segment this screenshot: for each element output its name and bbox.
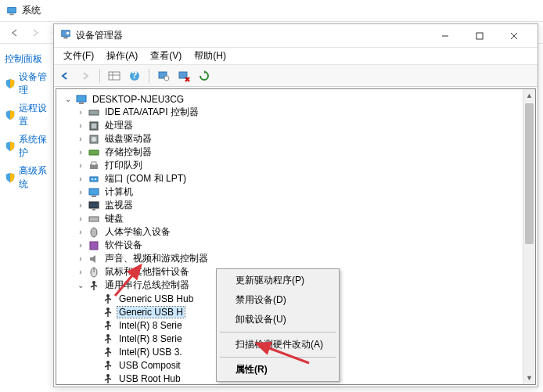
usb-icon bbox=[88, 279, 100, 292]
tb-show-hidden-icon[interactable] bbox=[108, 70, 120, 82]
shield-icon bbox=[5, 141, 16, 152]
tree-label: 打印队列 bbox=[103, 159, 144, 172]
nav-back-button[interactable] bbox=[6, 24, 23, 41]
svg-point-26 bbox=[92, 178, 93, 180]
sidebar-item-label: 系统保护 bbox=[19, 133, 49, 160]
expand-icon[interactable]: › bbox=[75, 148, 86, 156]
tree-label: 键盘 bbox=[103, 212, 125, 225]
device-manager-icon bbox=[60, 29, 71, 42]
tb-update-icon[interactable] bbox=[198, 70, 210, 82]
tree-label: IDE ATA/ATAPI 控制器 bbox=[103, 106, 200, 119]
tree-label: USB Root Hub bbox=[117, 373, 182, 384]
svg-rect-16 bbox=[79, 102, 84, 104]
mouse-icon bbox=[88, 266, 100, 279]
tree-label: 声音、视频和游戏控制器 bbox=[103, 252, 210, 265]
sidebar-item[interactable]: 远程设置 bbox=[3, 99, 50, 131]
dm-titlebar[interactable]: 设备管理器 bbox=[54, 24, 538, 48]
tree-label: USB Composit bbox=[117, 360, 182, 371]
tree-row[interactable]: ›人体学输入设备 bbox=[58, 225, 534, 239]
svg-rect-34 bbox=[90, 242, 98, 250]
tree-row[interactable]: ›处理器 bbox=[58, 119, 534, 132]
tree-label: 磁盘驱动器 bbox=[103, 132, 153, 146]
collapse-icon[interactable]: ⌄ bbox=[63, 95, 74, 103]
menu-item[interactable]: 操作(A) bbox=[100, 48, 144, 64]
tb-sep bbox=[99, 69, 100, 83]
tree-row[interactable]: ›软件设备 bbox=[58, 239, 534, 252]
bg-sidebar: 控制面板设备管理远程设置系统保护高级系统 bbox=[0, 44, 53, 200]
expand-icon[interactable]: › bbox=[75, 188, 86, 196]
menu-item[interactable]: 帮助(H) bbox=[188, 48, 232, 64]
dm-menubar: 文件(F)操作(A)查看(V)帮助(H) bbox=[54, 48, 538, 65]
sidebar-item-label: 控制面板 bbox=[5, 52, 42, 66]
usb-icon bbox=[102, 319, 114, 332]
tb-scan-icon[interactable] bbox=[157, 70, 170, 82]
tree-row[interactable]: ›IDE ATA/ATAPI 控制器 bbox=[58, 106, 534, 119]
svg-rect-6 bbox=[476, 33, 483, 39]
keyboard-icon bbox=[88, 213, 100, 225]
svg-rect-3 bbox=[63, 38, 67, 39]
context-menu-item[interactable]: 扫描检测硬件改动(A) bbox=[218, 335, 337, 354]
tree-label: 计算机 bbox=[103, 185, 135, 199]
tree-label: 存储控制器 bbox=[103, 146, 153, 159]
sidebar-item[interactable]: 控制面板 bbox=[3, 50, 50, 68]
tree-row[interactable]: ›计算机 bbox=[58, 185, 534, 199]
tb-back-icon[interactable] bbox=[59, 70, 71, 82]
svg-rect-1 bbox=[9, 13, 13, 15]
svg-point-33 bbox=[91, 228, 97, 237]
tree-row[interactable]: ›磁盘驱动器 bbox=[58, 132, 534, 146]
tree-label: Generic USB H bbox=[117, 307, 185, 318]
context-menu-item[interactable]: 属性(R) bbox=[218, 360, 337, 379]
sidebar-item[interactable]: 系统保护 bbox=[3, 131, 50, 162]
sidebar-item-label: 设备管理 bbox=[19, 70, 49, 97]
scrollbar-vertical[interactable]: ▲ ▼ bbox=[523, 89, 535, 384]
svg-rect-28 bbox=[89, 189, 99, 195]
svg-rect-19 bbox=[92, 124, 96, 128]
expand-icon[interactable]: › bbox=[75, 135, 86, 143]
disk-icon bbox=[88, 133, 100, 146]
hid-icon bbox=[88, 226, 100, 239]
tree-label: 人体学输入设备 bbox=[103, 225, 172, 239]
tb-uninstall-icon[interactable] bbox=[178, 70, 190, 82]
expand-icon[interactable]: › bbox=[75, 201, 86, 210]
tree-row[interactable]: ›打印队列 bbox=[58, 159, 534, 172]
tree-row[interactable]: ›端口 (COM 和 LPT) bbox=[58, 172, 534, 185]
expand-icon[interactable]: › bbox=[75, 108, 86, 117]
ide-icon bbox=[88, 106, 100, 119]
expand-icon[interactable]: › bbox=[75, 241, 86, 250]
sidebar-item[interactable]: 设备管理 bbox=[3, 68, 50, 99]
svg-rect-31 bbox=[92, 209, 95, 210]
sidebar-item-label: 高级系统 bbox=[19, 164, 49, 191]
sidebar-item[interactable]: 高级系统 bbox=[3, 162, 50, 193]
tree-label: 软件设备 bbox=[103, 239, 144, 252]
tree-row[interactable]: ›存储控制器 bbox=[58, 146, 534, 159]
scroll-thumb[interactable] bbox=[525, 103, 534, 244]
menu-item[interactable]: 查看(V) bbox=[144, 48, 188, 64]
expand-icon[interactable]: › bbox=[75, 228, 86, 236]
cpu-icon bbox=[88, 120, 100, 132]
close-button[interactable] bbox=[497, 25, 531, 47]
expand-icon[interactable]: › bbox=[75, 121, 86, 130]
tb-forward-icon[interactable] bbox=[79, 70, 92, 82]
tree-row[interactable]: ⌄DESKTOP-NJEU3CG bbox=[58, 92, 534, 106]
context-menu-item[interactable]: 禁用设备(D) bbox=[218, 290, 337, 310]
svg-rect-22 bbox=[89, 150, 99, 155]
expand-icon[interactable]: › bbox=[75, 174, 86, 183]
menu-item[interactable]: 文件(F) bbox=[57, 48, 100, 64]
nav-forward-button[interactable] bbox=[27, 24, 44, 41]
context-menu-item[interactable]: 卸载设备(U) bbox=[218, 310, 337, 329]
context-menu-item[interactable]: 更新驱动程序(P) bbox=[218, 271, 337, 290]
usb-icon bbox=[102, 333, 114, 345]
scroll-up-button[interactable]: ▲ bbox=[523, 89, 535, 102]
expand-icon[interactable]: › bbox=[75, 254, 86, 263]
tb-help-icon[interactable]: ? bbox=[128, 70, 141, 82]
scroll-down-button[interactable]: ▼ bbox=[523, 372, 535, 384]
tree-row[interactable]: ›监视器 bbox=[58, 199, 534, 212]
collapse-icon[interactable]: ⌄ bbox=[75, 281, 86, 290]
tree-row[interactable]: ›声音、视频和游戏控制器 bbox=[58, 252, 534, 265]
minimize-button[interactable] bbox=[428, 25, 462, 47]
expand-icon[interactable]: › bbox=[75, 214, 86, 223]
tree-row[interactable]: ›键盘 bbox=[58, 212, 534, 225]
expand-icon[interactable]: › bbox=[75, 268, 86, 276]
expand-icon[interactable]: › bbox=[75, 161, 86, 170]
maximize-button[interactable] bbox=[462, 25, 497, 47]
